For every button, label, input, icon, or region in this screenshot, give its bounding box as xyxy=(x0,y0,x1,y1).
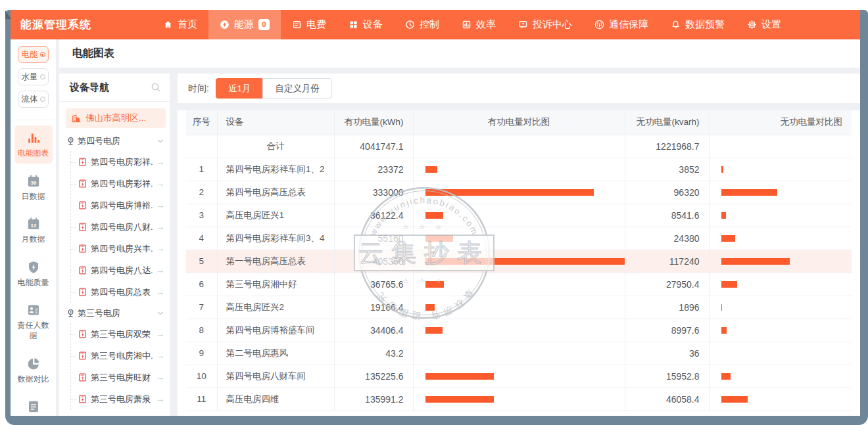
cell-no: 11 xyxy=(186,388,217,411)
cell-reactive: 8541.6 xyxy=(625,204,709,227)
cell-active: 34406.4 xyxy=(334,319,413,342)
nav-item-label: 通信保障 xyxy=(609,18,648,31)
nav-item-communication[interactable]: 通信保障 xyxy=(583,10,660,39)
column-header: 有功电量对比图 xyxy=(413,110,625,135)
meter-icon xyxy=(78,265,87,275)
energy-type-tab[interactable]: 流体 xyxy=(18,91,49,108)
alert-icon xyxy=(671,20,681,30)
sidebar-item-doc[interactable]: 冻结数据 xyxy=(14,394,53,425)
tree-device-item[interactable]: 第四号电房博裕..→ xyxy=(71,194,166,216)
nav-item-home[interactable]: 首页 xyxy=(152,10,208,39)
nav-item-energy[interactable]: 能源0 xyxy=(208,10,281,39)
table-row[interactable]: 10第四号电房八财车间135225.615952.8 xyxy=(186,365,852,388)
active-bar xyxy=(425,304,435,311)
sidebar-item-label: 责任人数据 xyxy=(16,321,51,341)
cell-active-bar xyxy=(413,181,625,204)
custom-month-button[interactable]: 自定义月份 xyxy=(262,78,332,99)
device-nav-panel: 设备导航 佛山市高明区...第四号电房第四号电房彩祥..→第四号电房彩祥..→第… xyxy=(59,74,170,425)
energy-type-tab[interactable]: 电能 xyxy=(18,46,49,63)
cell-active-bar xyxy=(413,388,625,411)
nav-item-control[interactable]: 控制 xyxy=(394,10,450,39)
sidebar-item-label: 电能质量 xyxy=(16,278,51,288)
cell-reactive-bar xyxy=(709,342,852,365)
cal12-icon: 12 xyxy=(26,217,41,231)
nav-item-settings[interactable]: 设置 xyxy=(736,10,792,39)
cell-reactive-bar xyxy=(709,204,852,227)
doc-icon xyxy=(26,399,41,414)
arrow-right-icon: → xyxy=(156,222,166,232)
cell-device: 第一号电房高压总表 xyxy=(217,250,334,273)
table-row[interactable]: 11高压电房四维135991.246058.4 xyxy=(186,388,852,411)
app-window: 能源管理系统 首页能源0电费设备控制效率?投诉中心通信保障数据预警设置 电能水量… xyxy=(5,10,868,425)
page-title: 电能图表 xyxy=(59,39,860,68)
cell-no: 6 xyxy=(186,273,217,296)
energy-table-card: 序号设备有功电量(kWh)有功电量对比图无功电量(kvarh)无功电量对比图 合… xyxy=(178,110,860,425)
table-row[interactable]: 5第一号电房高压总表405360117240 xyxy=(186,250,852,273)
tree-device-item[interactable]: 第四号电房八财..→ xyxy=(71,216,166,238)
meter-icon xyxy=(78,179,87,189)
sidebar-item-shield[interactable]: 电能质量 xyxy=(14,255,53,293)
tree-device-item[interactable]: 第四号电房兴丰..→ xyxy=(71,238,166,259)
tree-root-node[interactable]: 佛山市高明区... xyxy=(66,108,166,128)
settings-icon xyxy=(747,20,757,30)
cell-reactive: 117240 xyxy=(625,250,709,273)
table-row[interactable]: 3高压电房匠兴136122.48541.6 xyxy=(186,204,852,227)
tree-group[interactable]: 第四号电房 xyxy=(66,131,166,151)
cal30-icon: 30 xyxy=(26,174,41,189)
sidebar-item-cal30[interactable]: 30日数据 xyxy=(14,169,53,207)
tree-group[interactable]: 第三号电房 xyxy=(66,303,166,323)
table-row[interactable]: 9第二号电房惠风43.236 xyxy=(186,342,852,365)
meter-icon xyxy=(78,244,87,254)
nav-item-alert[interactable]: 数据预警 xyxy=(660,10,736,39)
arrow-right-icon: → xyxy=(156,351,166,361)
nav-item-bill[interactable]: 电费 xyxy=(281,10,337,39)
meter-icon xyxy=(78,329,87,339)
tree-device-item[interactable]: 第三号电房旺财→ xyxy=(71,367,166,388)
rail-menu: 电能图表30日数据12月数据电能质量责任人数据数据对比冻结数据 xyxy=(13,120,54,425)
tree-device-item[interactable]: 第三号电房萧泉→ xyxy=(71,388,166,410)
table-row[interactable]: 8第四号电房博裕盛车间34406.48997.6 xyxy=(186,319,852,342)
tree-device-item[interactable]: 第四号电房彩祥..→ xyxy=(71,173,166,194)
cell-no xyxy=(186,135,217,158)
cell-active: 19166.4 xyxy=(334,296,413,319)
sidebar-item-chart[interactable]: 电能图表 xyxy=(14,125,53,164)
active-bar xyxy=(425,281,444,288)
nav-item-devices[interactable]: 设备 xyxy=(337,10,394,39)
nav-item-efficiency[interactable]: 效率 xyxy=(450,10,507,39)
energy-type-tab[interactable]: 水量 xyxy=(18,68,49,85)
left-rail: 电能水量流体 电能图表30日数据12月数据电能质量责任人数据数据对比冻结数据 xyxy=(11,39,56,425)
table-row[interactable]: 2第四号电房高压总表33300096320 xyxy=(186,181,852,204)
table-row[interactable]: 1第四号电房彩祥车间1、2233723852 xyxy=(186,158,852,181)
table-row[interactable]: 6第三号电房湘中好36765.627950.4 xyxy=(186,273,852,296)
tree-device-item[interactable]: 第四号电房总表→ xyxy=(71,281,166,303)
active-bar xyxy=(425,212,444,219)
search-icon[interactable] xyxy=(151,82,161,93)
reactive-bar xyxy=(721,166,723,173)
table-row[interactable]: 4第四号电房彩祥车间3、45516024380 xyxy=(186,227,852,250)
tree-device-item[interactable]: 第四号电房彩祥..→ xyxy=(71,151,166,173)
tree-device-item[interactable]: 第三号电房双荣→ xyxy=(71,323,166,345)
last-month-button[interactable]: 近1月 xyxy=(216,78,263,99)
sidebar-item-pie[interactable]: 数据对比 xyxy=(14,351,53,390)
cell-reactive: 36 xyxy=(625,342,709,365)
cell-active: 4041747.1 xyxy=(334,135,413,158)
nav-item-complaint[interactable]: ?投诉中心 xyxy=(507,10,583,39)
time-filter-segment: 近1月自定义月份 xyxy=(216,78,332,99)
table-row[interactable]: 7高压电房匠兴219166.41896 xyxy=(186,296,852,319)
device-tree: 佛山市高明区...第四号电房第四号电房彩祥..→第四号电房彩祥..→第四号电房博… xyxy=(59,102,170,425)
tree-device-label: 第四号电房兴丰.. xyxy=(91,243,153,255)
navbar-items: 首页能源0电费设备控制效率?投诉中心通信保障数据预警设置 xyxy=(152,10,792,39)
cell-reactive-bar xyxy=(709,181,852,204)
main-column: 电能图表 设备导航 佛山市高明区...第四号电房第四号电房彩祥..→第四号电房彩… xyxy=(59,39,860,425)
page: 能源管理系统 首页能源0电费设备控制效率?投诉中心通信保障数据预警设置 电能水量… xyxy=(0,0,868,425)
sidebar-item-person[interactable]: 责任人数据 xyxy=(14,298,53,346)
radio-icon xyxy=(40,52,45,57)
tree-device-item[interactable]: 第四号电房八达..→ xyxy=(71,259,166,281)
tree-device-item[interactable]: 第三号电房湘中..→ xyxy=(71,345,166,367)
nav-item-label: 能源 xyxy=(234,18,254,31)
home-icon xyxy=(163,20,173,30)
arrow-right-icon: → xyxy=(156,329,166,339)
sidebar-item-cal12[interactable]: 12月数据 xyxy=(14,212,53,250)
cell-no: 10 xyxy=(186,365,217,388)
content: 电能水量流体 电能图表30日数据12月数据电能质量责任人数据数据对比冻结数据 电… xyxy=(11,39,860,425)
